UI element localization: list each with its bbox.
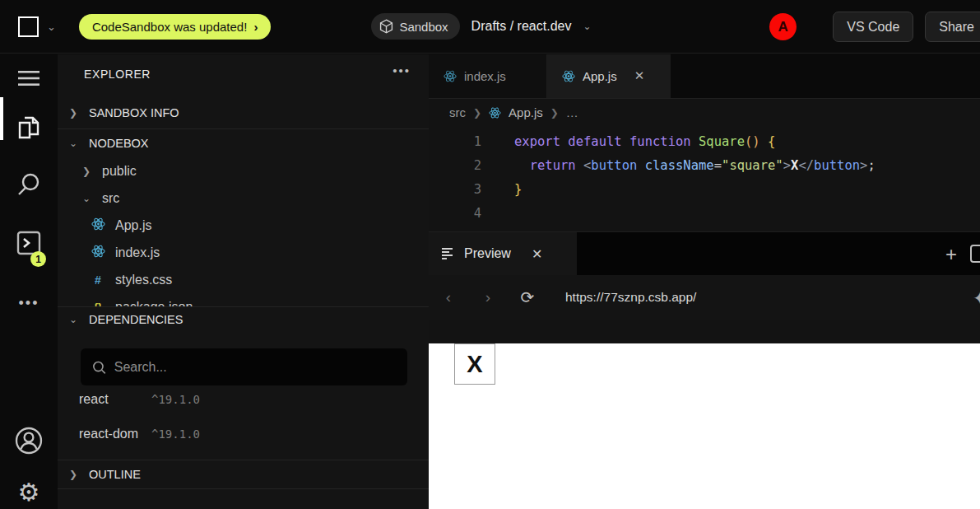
main-menu-button[interactable] bbox=[0, 54, 58, 102]
chevron-right-icon: ❯ bbox=[550, 107, 559, 119]
tree-item-package-json[interactable]: {} package.json bbox=[58, 293, 429, 306]
chevron-down-icon: ⌄ bbox=[69, 314, 79, 325]
code-text: return <button className="square">X</but… bbox=[481, 154, 875, 178]
breadcrumb-dir: src bbox=[449, 105, 466, 119]
tree-item-src[interactable]: ⌄ src bbox=[58, 184, 429, 212]
dependency-search[interactable] bbox=[81, 348, 407, 385]
url-field[interactable]: https://77sznp.csb.app/ bbox=[565, 290, 696, 305]
tab-index-js[interactable]: index.js bbox=[429, 54, 547, 98]
chevron-right-icon: ❯ bbox=[82, 166, 92, 177]
json-file-icon: {} bbox=[91, 301, 105, 306]
preview-viewport: X bbox=[429, 343, 980, 509]
ellipsis-icon: ••• bbox=[19, 295, 39, 312]
sparkle-icon[interactable]: ✦ bbox=[973, 288, 980, 308]
share-button[interactable]: Share bbox=[925, 12, 980, 42]
file-label: package.json bbox=[115, 300, 193, 307]
dependency-row-react-dom[interactable]: react-dom ^19.1.0 bbox=[58, 420, 429, 448]
tab-label: index.js bbox=[464, 69, 506, 83]
breadcrumb-file: App.js bbox=[509, 105, 543, 119]
gear-icon: ⚙ bbox=[18, 480, 40, 505]
search-icon bbox=[16, 172, 41, 197]
dependency-row-react[interactable]: react ^19.1.0 bbox=[58, 385, 429, 413]
chevron-down-icon: ⌄ bbox=[583, 21, 591, 32]
vs-code-button[interactable]: VS Code bbox=[833, 12, 913, 42]
close-tab-icon[interactable]: ✕ bbox=[634, 68, 645, 83]
chevron-right-icon: › bbox=[253, 20, 258, 34]
chevron-down-icon: ⌄ bbox=[82, 193, 92, 204]
breadcrumb-text: Drafts / react.dev bbox=[471, 19, 572, 34]
close-tab-icon[interactable]: ✕ bbox=[532, 246, 542, 262]
editor-tab-bar: index.js App.js ✕ bbox=[429, 54, 980, 99]
preview-url-bar: ‹ › ⟳ https://77sznp.csb.app/ ✦ bbox=[429, 275, 980, 320]
refresh-button[interactable]: ⟳ bbox=[508, 287, 547, 307]
hamburger-menu-icon bbox=[18, 70, 39, 86]
code-line[interactable]: 2 return <button className="square">X</b… bbox=[429, 154, 980, 178]
account-button[interactable] bbox=[0, 413, 58, 468]
code-line[interactable]: 4 bbox=[429, 202, 980, 226]
codesandbox-logo-menu[interactable]: ⌄ bbox=[18, 16, 56, 37]
chevron-right-icon: ❯ bbox=[473, 107, 481, 119]
settings-button[interactable]: ⚙ bbox=[0, 468, 58, 509]
section-dependencies[interactable]: ⌄ DEPENDENCIES bbox=[58, 306, 429, 332]
square-x-button[interactable]: X bbox=[454, 343, 495, 385]
section-nodebox[interactable]: ⌄ NODEBOX bbox=[58, 129, 429, 157]
more-tools-button[interactable]: ••• bbox=[0, 272, 58, 334]
react-icon bbox=[562, 70, 575, 82]
chevron-down-icon: ⌄ bbox=[69, 138, 79, 149]
code-text: export default function Square() { bbox=[481, 130, 775, 154]
preview-icon bbox=[442, 248, 455, 259]
explorer-panel: EXPLORER ••• ❯ SANDBOX INFO ⌄ NODEBOX ❯ … bbox=[58, 54, 429, 509]
section-label: OUTLINE bbox=[89, 468, 141, 481]
code-line[interactable]: 3} bbox=[429, 178, 980, 202]
chevron-right-icon: ❯ bbox=[69, 107, 79, 119]
add-preview-tab-button[interactable]: + bbox=[945, 232, 957, 276]
code-editor[interactable]: 1export default function Square() {2 ret… bbox=[429, 126, 980, 231]
tree-item-app-js[interactable]: App.js bbox=[58, 212, 429, 239]
project-breadcrumb[interactable]: Drafts / react.dev ⌄ bbox=[471, 19, 592, 34]
section-label: NODEBOX bbox=[89, 137, 149, 150]
editor-breadcrumb[interactable]: src ❯ App.js ❯ … bbox=[429, 99, 980, 126]
dependency-search-input[interactable] bbox=[114, 360, 396, 375]
activity-bar: 1 ••• ⚙ bbox=[0, 54, 58, 509]
section-sandbox-info[interactable]: ❯ SANDBOX INFO bbox=[58, 97, 429, 128]
line-number: 1 bbox=[429, 130, 481, 154]
codesandbox-logo-icon bbox=[18, 16, 39, 37]
folder-label: public bbox=[102, 164, 137, 179]
tree-item-index-js[interactable]: index.js bbox=[58, 239, 429, 266]
sandbox-badge[interactable]: Sandbox bbox=[371, 13, 459, 40]
files-panel-button[interactable] bbox=[0, 102, 58, 155]
avatar[interactable]: A bbox=[769, 13, 797, 40]
cube-icon bbox=[379, 19, 393, 34]
dependency-version: ^19.1.0 bbox=[151, 427, 200, 441]
search-icon bbox=[92, 360, 106, 375]
open-window-icon[interactable] bbox=[970, 245, 980, 263]
dependency-version: ^19.1.0 bbox=[151, 393, 200, 406]
explorer-title: EXPLORER bbox=[84, 68, 151, 81]
section-outline[interactable]: ❯ OUTLINE bbox=[58, 460, 429, 489]
tree-item-public[interactable]: ❯ public bbox=[58, 157, 429, 184]
tab-app-js[interactable]: App.js ✕ bbox=[547, 54, 671, 98]
terminal-panel-button[interactable]: 1 bbox=[0, 214, 58, 272]
tab-label: Preview bbox=[464, 246, 511, 261]
tab-preview[interactable]: Preview ✕ bbox=[429, 232, 577, 275]
search-panel-button[interactable] bbox=[0, 155, 58, 214]
dependency-name: react-dom bbox=[79, 427, 140, 441]
line-number: 3 bbox=[429, 178, 481, 202]
back-button[interactable]: ‹ bbox=[429, 288, 468, 306]
terminal-badge: 1 bbox=[30, 251, 46, 267]
update-banner-button[interactable]: CodeSandbox was updated! › bbox=[79, 14, 271, 40]
breadcrumb-more: … bbox=[566, 105, 578, 119]
code-text: } bbox=[481, 178, 522, 202]
code-line[interactable]: 1export default function Square() { bbox=[429, 130, 980, 154]
account-icon bbox=[15, 427, 43, 455]
chevron-down-icon: ⌄ bbox=[47, 21, 56, 33]
clipped-row: {} package.json bbox=[58, 293, 429, 306]
tree-item-styles-css[interactable]: # styles.css bbox=[58, 266, 429, 293]
file-label: App.js bbox=[115, 218, 151, 233]
explorer-menu-button[interactable]: ••• bbox=[392, 68, 411, 74]
react-icon bbox=[489, 107, 501, 119]
code-text bbox=[481, 202, 514, 226]
sandbox-badge-label: Sandbox bbox=[399, 20, 448, 34]
forward-button[interactable]: › bbox=[468, 288, 508, 306]
dependency-name: react bbox=[79, 392, 140, 407]
